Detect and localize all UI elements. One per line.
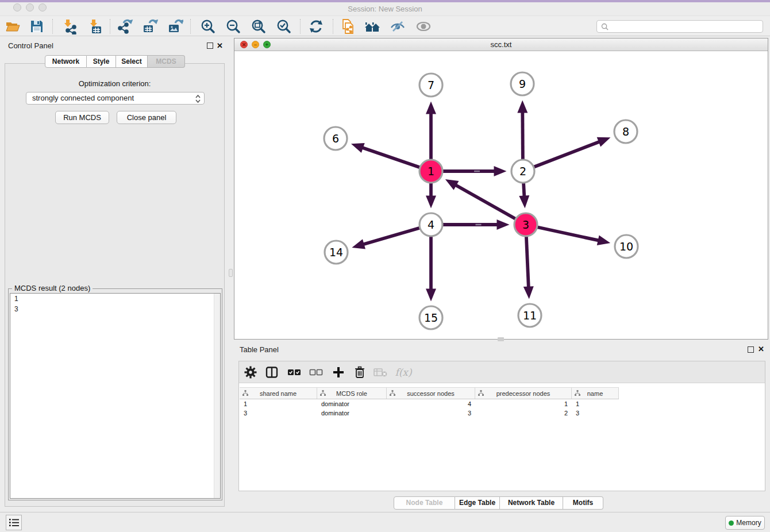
- toolbar-separator: [300, 19, 301, 34]
- svg-text:3: 3: [522, 218, 529, 231]
- tab-node-table[interactable]: Node Table: [394, 496, 455, 510]
- node-8[interactable]: 8: [614, 120, 637, 143]
- control-panel-title: Control Panel: [8, 41, 53, 50]
- close-panel-icon[interactable]: ✕: [758, 345, 764, 353]
- node-6[interactable]: 6: [324, 127, 347, 150]
- tab-mcds[interactable]: MCDS: [148, 55, 185, 68]
- node-9[interactable]: 9: [511, 72, 534, 95]
- node-4[interactable]: 4: [419, 213, 442, 236]
- table-cell: 1: [475, 399, 572, 408]
- column-type-icon: [575, 390, 580, 397]
- task-history-button[interactable]: [6, 515, 22, 530]
- node-11[interactable]: 11: [518, 304, 541, 327]
- svg-text:14: 14: [329, 246, 343, 259]
- window-title: Session: New Session: [0, 5, 770, 13]
- select-all-columns-icon[interactable]: [287, 365, 302, 380]
- main-toolbar: [0, 16, 770, 36]
- svg-text:2: 2: [519, 165, 526, 178]
- edge-2-8[interactable]: [523, 137, 610, 171]
- close-panel-icon[interactable]: ✕: [217, 41, 223, 50]
- svg-text:8: 8: [622, 125, 629, 138]
- column-header[interactable]: successor nodes: [387, 388, 475, 399]
- node-7[interactable]: 7: [419, 74, 442, 97]
- splitter-handle[interactable]: [229, 269, 233, 277]
- edge-1-6[interactable]: [351, 143, 431, 171]
- mcds-result-list[interactable]: 1 3: [10, 293, 221, 499]
- toolbar-separator: [110, 19, 110, 34]
- mcds-panel: Optimization criterion: strongly connect…: [5, 63, 225, 507]
- tab-style[interactable]: Style: [87, 55, 116, 68]
- show-all-icon[interactable]: [415, 18, 432, 35]
- criterion-select[interactable]: strongly connected component: [26, 92, 205, 105]
- table-cell: 3: [572, 408, 619, 418]
- column-header[interactable]: shared name: [240, 388, 317, 399]
- table-row[interactable]: 1dominator411: [240, 399, 619, 408]
- node-3[interactable]: 3: [514, 213, 537, 236]
- function-builder-icon: f(x): [394, 365, 413, 380]
- float-panel-icon[interactable]: [748, 346, 754, 353]
- run-mcds-button[interactable]: Run MCDS: [55, 111, 109, 124]
- memory-button[interactable]: Memory: [725, 516, 765, 530]
- network-from-file-icon[interactable]: [340, 18, 357, 35]
- table-settings-gear-icon[interactable]: [243, 365, 258, 380]
- criterion-value: strongly connected component: [32, 94, 134, 102]
- close-panel-button[interactable]: Close panel: [117, 111, 176, 124]
- open-session-icon[interactable]: [4, 18, 21, 35]
- tab-motifs[interactable]: Motifs: [563, 496, 603, 510]
- node-14[interactable]: 14: [325, 241, 348, 264]
- add-column-icon[interactable]: [331, 365, 346, 380]
- node-15[interactable]: 15: [419, 306, 442, 329]
- apply-layout-icon[interactable]: [307, 18, 325, 35]
- list-icon: [9, 518, 19, 527]
- import-table-icon[interactable]: [86, 18, 103, 35]
- network-canvas[interactable]: 7968124314101511: [234, 51, 768, 339]
- table-row[interactable]: 3dominator323: [240, 408, 619, 418]
- toolbar-separator: [333, 19, 333, 34]
- node-10[interactable]: 10: [615, 235, 638, 258]
- search-input[interactable]: [611, 22, 763, 30]
- import-network-icon[interactable]: [60, 18, 78, 35]
- tab-edge-table[interactable]: Edge Table: [455, 496, 500, 510]
- splitter-handle[interactable]: [498, 337, 504, 341]
- tab-network-table[interactable]: Network Table: [500, 496, 563, 510]
- zoom-in-icon[interactable]: [199, 18, 217, 35]
- column-header[interactable]: MCDS role: [317, 388, 387, 399]
- tab-select[interactable]: Select: [116, 55, 148, 68]
- delete-column-icon[interactable]: [352, 365, 367, 380]
- column-view-icon[interactable]: [264, 365, 279, 380]
- mcds-result-title: MCDS result (2 nodes): [12, 284, 93, 292]
- export-table-icon[interactable]: [141, 18, 159, 35]
- node-2[interactable]: 2: [511, 160, 534, 183]
- float-panel-icon[interactable]: [207, 43, 213, 49]
- save-session-icon[interactable]: [28, 18, 45, 35]
- result-item[interactable]: 3: [10, 304, 220, 314]
- node-1[interactable]: 1: [419, 160, 442, 183]
- first-neighbors-icon[interactable]: [364, 18, 381, 35]
- optimization-criterion-label: Optimization criterion:: [5, 79, 224, 88]
- memory-status-icon: [729, 521, 734, 526]
- unselect-all-columns-icon[interactable]: [309, 365, 324, 380]
- toolbar-separator: [52, 19, 53, 34]
- result-item[interactable]: 1: [10, 294, 220, 304]
- zoom-selected-icon[interactable]: [275, 18, 292, 35]
- zoom-fit-icon[interactable]: [250, 18, 267, 35]
- column-header[interactable]: predecessor nodes: [475, 388, 572, 399]
- edge-3-1[interactable]: [445, 179, 526, 225]
- export-image-icon[interactable]: [167, 18, 184, 35]
- table-panel-tabs: Node Table Edge Table Network Table Moti…: [394, 496, 603, 510]
- column-header[interactable]: name: [572, 388, 619, 399]
- table-cell: 1: [572, 399, 619, 408]
- table-cell: dominator: [317, 408, 387, 418]
- result-scrollbar[interactable]: [214, 294, 220, 498]
- edge-3-10[interactable]: [526, 225, 610, 245]
- window-top-accent: [0, 0, 770, 2]
- table-toolbar: f(x): [239, 361, 765, 383]
- tab-network[interactable]: Network: [45, 55, 87, 68]
- export-network-icon[interactable]: [117, 18, 134, 35]
- edge-4-14[interactable]: [352, 225, 431, 249]
- zoom-out-icon[interactable]: [225, 18, 242, 35]
- hide-selected-icon[interactable]: [389, 18, 406, 35]
- table-cell: 1: [240, 399, 317, 408]
- table-cell: 3: [387, 408, 475, 418]
- svg-text:1: 1: [428, 165, 434, 178]
